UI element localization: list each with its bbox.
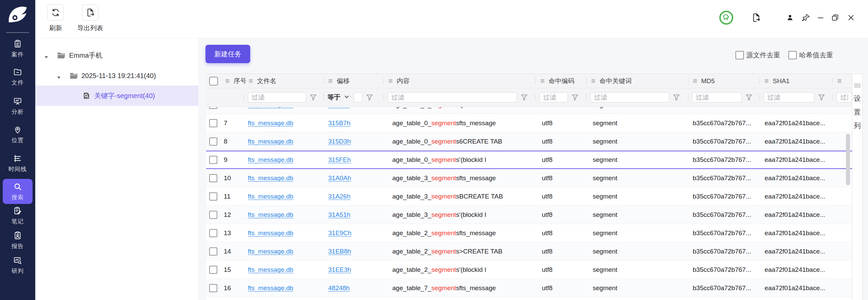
row-checkbox[interactable] [209,284,217,292]
column-menu-icon[interactable] [328,78,334,84]
column-menu-icon[interactable] [388,78,394,84]
scrollbar-thumb[interactable] [846,134,850,185]
caret-down-icon[interactable] [57,74,61,78]
column-menu-icon[interactable] [692,78,698,84]
checkbox-icon[interactable] [788,51,797,59]
offset-link[interactable]: 315FEh [328,156,351,164]
window-minimize-button[interactable] [813,10,828,25]
file-link[interactable]: fts_message.db [248,284,293,292]
row-checkbox[interactable] [209,229,217,237]
offset-link[interactable]: 315B7h [328,119,351,127]
offset-link[interactable]: 31E9Ch [328,229,352,237]
table-header-cell-encoding[interactable]: 命中编码 [535,74,586,88]
file-link[interactable]: fts_message.db [248,248,293,255]
funnel-filter-icon[interactable] [817,93,826,101]
table-header-cell-content[interactable]: 内容 [383,74,535,88]
column-menu-icon[interactable] [540,78,546,84]
table-row[interactable]: 16 fts_message.db 48248h age_table_7_seg… [206,279,852,297]
sidebar-item-timeline[interactable]: 时间线 [0,153,35,173]
dedup-hash-checkbox[interactable]: 哈希值去重 [788,51,833,60]
offset-link[interactable]: 31EE3h [328,266,351,274]
table-row[interactable]: 15 fts_message.db 31EE3h age_table_2_seg… [206,261,852,279]
table-row[interactable]: 11 fts_message.db 31A26h age_table_3_seg… [206,187,852,206]
table-row[interactable]: 10 fts_message.db 31A0Ah age_table_3_seg… [206,169,852,187]
select-all-checkbox[interactable] [209,77,218,86]
funnel-filter-icon[interactable] [366,93,374,101]
funnel-filter-icon[interactable] [520,93,528,101]
file-link[interactable]: fts_message.db [248,266,293,274]
funnel-filter-icon[interactable] [745,93,753,101]
row-checkbox[interactable] [209,119,217,127]
window-export-file-icon[interactable] [749,10,764,25]
table-row[interactable]: 13 fts_message.db 31E9Ch age_table_2_seg… [206,224,852,242]
file-link[interactable]: fts_message.db [248,138,293,145]
toolbar-export-list-button[interactable]: 导出列表 [77,0,103,33]
column-menu-icon[interactable] [225,78,231,84]
file-link[interactable]: fts_message.db [248,193,293,200]
row-checkbox[interactable] [209,156,217,164]
row-checkbox[interactable] [209,247,217,256]
vertical-scrollbar[interactable] [846,106,850,300]
offset-link[interactable]: 31A0Ah [328,174,351,182]
window-pin-icon[interactable] [798,10,813,25]
table-header-cell-extra[interactable] [832,74,852,88]
table-header-cell-keyword[interactable]: 命中关键词 [586,74,688,88]
column-menu-icon[interactable] [591,78,596,84]
funnel-filter-icon[interactable] [309,93,317,101]
window-notification-badge-icon[interactable] [719,10,734,25]
file-link[interactable]: fts_message.db [248,211,293,219]
window-close-button[interactable] [844,10,859,25]
offset-operator-select[interactable]: 等于 [328,93,350,102]
new-task-button[interactable]: 新建任务 [205,45,250,63]
table-header-cell-num[interactable]: 序号 [220,74,244,88]
column-menu-icon[interactable] [248,78,254,84]
table-row[interactable]: 14 fts_message.db 31EB8h age_table_2_seg… [206,242,852,261]
tree-node-keyword-result[interactable]: 关键字-segment(40) [35,86,198,106]
table-row[interactable]: 6 fts_message.db 31339h age_table_1_segm… [206,107,852,114]
file-link[interactable]: fts_message.db [248,107,293,109]
row-checkbox[interactable] [209,137,217,146]
row-checkbox[interactable] [209,174,217,182]
caret-down-icon[interactable] [44,53,48,58]
filter-input-encoding[interactable] [539,92,568,102]
filter-input-offset[interactable] [354,92,362,102]
offset-link[interactable]: 48248h [328,284,350,292]
filter-input-file[interactable] [248,92,306,102]
table-row[interactable]: 9 fts_message.db 315FEh age_table_0_segm… [206,151,852,169]
column-settings-panel[interactable]: 设置列 [852,74,863,300]
table-header-cell-sha1[interactable]: SHA1 [760,74,832,88]
window-restore-button[interactable] [828,10,843,25]
filter-input-keyword[interactable] [590,92,669,102]
sidebar-item-search[interactable]: 搜索 [3,179,33,204]
filter-input-sha1[interactable] [764,92,814,102]
file-link[interactable]: fts_message.db [248,174,293,182]
dedup-source-checkbox[interactable]: 源文件去重 [735,51,780,60]
sidebar-item-files[interactable]: 文件 [0,67,35,87]
row-checkbox[interactable] [209,266,217,274]
offset-link[interactable]: 31339h [328,107,350,109]
tree-node-folder[interactable]: Emma手机 [35,47,198,63]
tree-node-folder[interactable]: 2025-11-13 19:21:41(40) [35,68,198,84]
refresh-icon[interactable] [47,4,64,21]
column-menu-icon[interactable] [837,78,843,84]
toolbar-refresh-button[interactable]: 刷新 [47,0,64,33]
table-row[interactable]: 8 fts_message.db 315D3h age_table_0_segm… [206,132,852,151]
sidebar-item-notes[interactable]: 笔记 [0,206,35,225]
sidebar-item-research[interactable]: 研判 [0,255,35,275]
checkbox-icon[interactable] [735,51,744,59]
sidebar-item-analysis[interactable]: 分析 [0,96,35,116]
sidebar-item-report[interactable]: 报告 [0,230,35,250]
filter-input-md5[interactable] [692,92,742,102]
table-header-cell-file[interactable]: 文件名 [244,74,323,88]
column-menu-icon[interactable] [764,78,770,84]
file-link[interactable]: fts_message.db [248,119,293,127]
file-link[interactable]: fts_message.db [248,229,293,237]
sidebar-item-case[interactable]: 案件 [0,39,35,58]
table-row[interactable]: 12 fts_message.db 31A51h age_table_3_seg… [206,206,852,224]
row-checkbox[interactable] [209,107,217,109]
export-doc-icon[interactable] [82,4,98,21]
sidebar-item-location[interactable]: 位置 [0,125,35,144]
filter-input-content[interactable] [388,92,517,102]
table-header-cell-md5[interactable]: MD5 [688,74,760,88]
offset-link[interactable]: 31A26h [328,193,351,200]
